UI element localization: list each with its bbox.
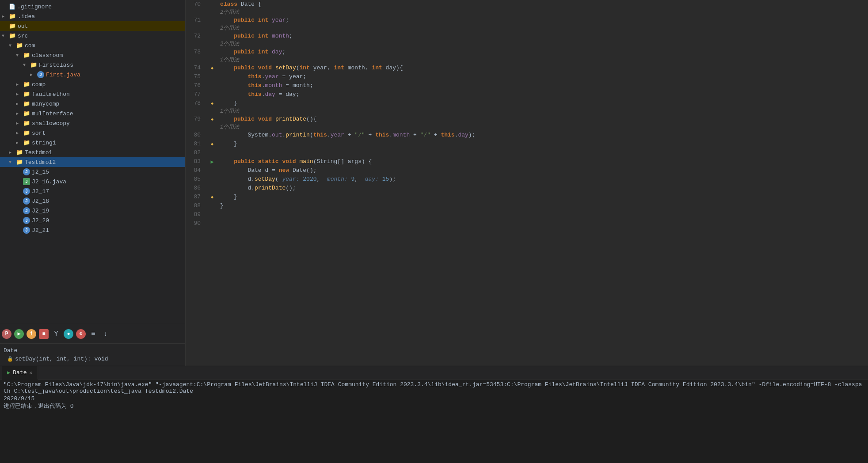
exit-text: 进程已结束，退出代码为 0 bbox=[4, 403, 74, 410]
hint-line-73: 1个用法 bbox=[220, 57, 868, 64]
toolbar-btn-stop[interactable]: ■ bbox=[39, 329, 49, 339]
toolbar-btn-red-circle[interactable]: ⊗ bbox=[76, 329, 86, 339]
folder-icon-idea: 📁 bbox=[9, 13, 16, 20]
tree-item-j2-21[interactable]: J J2_21 bbox=[0, 225, 185, 235]
j-icon-j2-17: J bbox=[23, 188, 30, 195]
arrow-testdmo1: ▶ bbox=[9, 150, 16, 155]
tree-item-sort[interactable]: ▶ 📁 sort bbox=[0, 128, 185, 138]
code-line-89 bbox=[220, 210, 868, 219]
tree-item-shallowcopy[interactable]: ▶ 📁 shallowcopy bbox=[0, 118, 185, 128]
tree-item-j2-16[interactable]: J J2_16.java bbox=[0, 177, 185, 186]
toolbar-btn-p[interactable]: P bbox=[2, 329, 11, 339]
bottom-tab-date[interactable]: ▶ Date ✕ bbox=[2, 366, 38, 380]
gutter-87: ◆ bbox=[208, 193, 217, 201]
sidebar-tree[interactable]: 📄 .gitignore ▶ 📁 .idea 📁 out ▼ bbox=[0, 0, 185, 324]
gutter-86 bbox=[208, 184, 217, 193]
toolbar-btn-align[interactable]: ≡ bbox=[88, 329, 98, 339]
folder-icon-faultmethon: 📁 bbox=[23, 91, 30, 98]
ln-71: 71 bbox=[186, 16, 204, 25]
tree-item-testdmol2[interactable]: ▼ 📁 Testdmol2 bbox=[0, 157, 185, 167]
arrow-j2-21 bbox=[16, 228, 23, 233]
gutter-78: ◆ bbox=[208, 99, 217, 108]
toolbar-btn-circle[interactable]: ● bbox=[64, 329, 73, 339]
toolbar-btn-branch[interactable]: Y bbox=[51, 329, 61, 339]
gutter-83[interactable]: ▶ bbox=[208, 157, 217, 166]
ln-hint-70 bbox=[186, 9, 204, 16]
tree-item-comp[interactable]: ▶ 📁 comp bbox=[0, 80, 185, 89]
toolbar-btn-info[interactable]: i bbox=[27, 329, 36, 339]
tree-item-out[interactable]: 📁 out bbox=[0, 21, 185, 31]
code-area[interactable]: class Date { 2个用法 public int year; 2个用法 … bbox=[217, 0, 868, 366]
ln-70: 70 bbox=[186, 0, 204, 9]
arrow-classroom: ▼ bbox=[16, 53, 23, 58]
tree-item-j2-17[interactable]: J J2_17 bbox=[0, 186, 185, 196]
arrow-sort: ▶ bbox=[16, 130, 23, 136]
tree-item-gitignore[interactable]: 📄 .gitignore bbox=[0, 2, 185, 11]
tree-item-firstclass[interactable]: ▼ 📁 Firstclass bbox=[0, 60, 185, 70]
toolbar-btn-run[interactable]: ▶ bbox=[14, 329, 24, 339]
tree-item-firstjava[interactable]: ▶ J First.java bbox=[0, 70, 185, 80]
code-line-72: public int month; bbox=[220, 32, 868, 41]
tree-item-j2-15[interactable]: J j2_15 bbox=[0, 167, 185, 177]
bottom-tab-close[interactable]: ✕ bbox=[29, 370, 32, 376]
tree-item-manycomp[interactable]: ▶ 📁 manycomp bbox=[0, 99, 185, 109]
gutter-71 bbox=[208, 16, 217, 25]
bottom-tab-label: Date bbox=[13, 369, 27, 376]
arrow-firstclass: ▼ bbox=[23, 63, 30, 68]
output-text: 2020/9/15 bbox=[4, 395, 34, 402]
tree-item-faultmethon[interactable]: ▶ 📁 faultmethon bbox=[0, 89, 185, 99]
structure-item-setday[interactable]: 🔒 setDay(int, int, int): void bbox=[4, 355, 182, 363]
label-com: com bbox=[25, 42, 35, 49]
folder-icon-com: 📁 bbox=[16, 42, 23, 49]
gutter-82 bbox=[208, 148, 217, 157]
label-j2-19: J2_19 bbox=[32, 208, 49, 214]
tree-item-idea[interactable]: ▶ 📁 .idea bbox=[0, 11, 185, 21]
folder-icon-testdmol2: 📁 bbox=[16, 159, 23, 166]
gutter-81: ◆ bbox=[208, 140, 217, 148]
code-line-76: this.month = month; bbox=[220, 81, 868, 90]
j-icon-j2-15: J bbox=[23, 168, 30, 175]
hint-line-71: 2个用法 bbox=[220, 25, 868, 32]
label-src: src bbox=[18, 33, 28, 39]
code-line-87: } bbox=[220, 193, 868, 201]
label-j2-17: J2_17 bbox=[32, 188, 49, 195]
tree-item-string1[interactable]: ▶ 📁 string1 bbox=[0, 138, 185, 148]
code-line-82 bbox=[220, 148, 868, 157]
label-testdmo1: Testdmo1 bbox=[25, 149, 52, 156]
code-line-74: public void setDay(int year, int month, … bbox=[220, 64, 868, 72]
tree-item-j2-18[interactable]: J J2_18 bbox=[0, 196, 185, 206]
code-line-85: d.setDay( year: 2020, month: 9, day: 15)… bbox=[220, 175, 868, 184]
ln-85: 85 bbox=[186, 175, 204, 184]
tree-item-j2-19[interactable]: J J2_19 bbox=[0, 206, 185, 216]
hint-line-70: 2个用法 bbox=[220, 9, 868, 16]
code-line-90 bbox=[220, 219, 868, 228]
label-comp: comp bbox=[32, 81, 46, 88]
label-manycomp: manycomp bbox=[32, 101, 59, 107]
arrow-comp: ▶ bbox=[16, 82, 23, 87]
label-idea: .idea bbox=[18, 13, 35, 20]
label-j2-16: J2_16.java bbox=[32, 178, 66, 185]
gutter-72 bbox=[208, 32, 217, 41]
tree-item-testdmo1[interactable]: ▶ 📁 Testdmo1 bbox=[0, 148, 185, 157]
ln-83: 83 bbox=[186, 157, 204, 166]
ln-hint-79 bbox=[186, 124, 204, 131]
toolbar-btn-down[interactable]: ↓ bbox=[101, 329, 110, 339]
gutter-85 bbox=[208, 175, 217, 184]
arrow-j2-15 bbox=[16, 170, 23, 175]
gutter-79: ◆ bbox=[208, 115, 217, 124]
arrow-manycomp: ▶ bbox=[16, 101, 23, 106]
tree-item-mullinterface[interactable]: ▶ 📁 mulInterface bbox=[0, 109, 185, 118]
code-line-70: class Date { bbox=[220, 0, 868, 9]
tree-item-j2-20[interactable]: J J2_20 bbox=[0, 216, 185, 225]
tree-item-src[interactable]: ▼ 📁 src bbox=[0, 31, 185, 41]
sidebar-toolbar: P ▶ i ■ Y ● ⊗ ≡ ↓ bbox=[0, 324, 185, 343]
j-icon-j2-16: J bbox=[23, 178, 30, 185]
arrow-idea: ▶ bbox=[2, 14, 9, 19]
tree-item-com[interactable]: ▼ 📁 com bbox=[0, 41, 185, 50]
ln-73: 73 bbox=[186, 48, 204, 57]
folder-icon-manycomp: 📁 bbox=[23, 100, 30, 107]
code-line-84: Date d = new Date(); bbox=[220, 166, 868, 175]
code-line-86: d.printDate(); bbox=[220, 184, 868, 193]
tree-item-classroom[interactable]: ▼ 📁 classroom bbox=[0, 50, 185, 60]
ln-86: 86 bbox=[186, 184, 204, 193]
